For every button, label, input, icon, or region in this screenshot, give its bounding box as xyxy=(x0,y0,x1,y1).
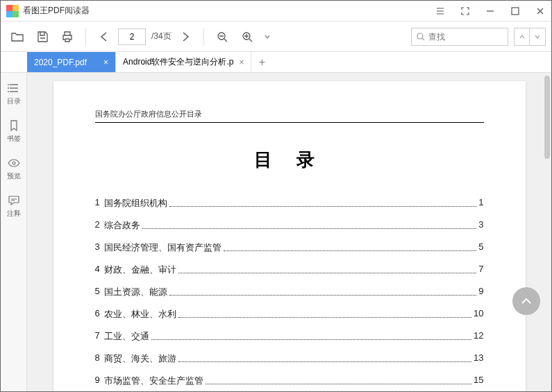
toc-entry-page: 7 xyxy=(478,264,483,276)
toc-entry-num: 9 xyxy=(95,375,100,387)
toc-entry-text: 综合政务 xyxy=(104,219,140,232)
scroll-up-fab[interactable] xyxy=(512,287,540,315)
search-next-icon[interactable] xyxy=(530,28,545,45)
toc-entry-page: 3 xyxy=(478,219,483,232)
sidebar-annotation[interactable]: 注释 xyxy=(7,194,21,219)
search-input[interactable] xyxy=(428,32,491,42)
toc-entry-text: 国务院组织机构 xyxy=(104,197,167,210)
close-icon[interactable] xyxy=(535,6,546,17)
prev-page-icon[interactable] xyxy=(93,26,115,48)
toc-entry-text: 农业、林业、水利 xyxy=(104,308,176,321)
document-viewport[interactable]: 国务院办公厅政府信息公开目录 目 录 1国务院组织机构12综合政务33国民经济管… xyxy=(27,73,551,391)
tab-bar: 2020_PDF.pdf × Android软件安全与逆向分析.p × + xyxy=(1,52,551,73)
sidebar: 目录 书签 预览 注释 xyxy=(1,73,27,391)
toolbar: /34页 xyxy=(1,22,551,52)
toc-dots xyxy=(206,375,471,384)
toc-dots xyxy=(169,286,477,296)
title-bar: 看图王PDF阅读器 xyxy=(1,1,551,22)
toc-entry: 5国土资源、能源9 xyxy=(95,286,484,298)
toc-entry-num: 7 xyxy=(95,330,100,343)
toc-dots xyxy=(224,241,477,251)
tab-add-icon[interactable]: + xyxy=(251,52,272,72)
comment-icon xyxy=(7,194,21,207)
page-number-input[interactable] xyxy=(118,28,146,45)
svg-point-7 xyxy=(12,162,15,164)
toc-entry-num: 6 xyxy=(95,308,100,321)
tab-close-icon[interactable]: × xyxy=(103,58,108,67)
svg-point-6 xyxy=(8,91,9,92)
app-logo-icon xyxy=(6,5,19,17)
toc-entry: 6农业、林业、水利10 xyxy=(95,308,484,321)
toc-entry-text: 国民经济管理、国有资产监管 xyxy=(104,241,221,254)
toc-title: 目 录 xyxy=(95,148,484,172)
toc-entry-page: 13 xyxy=(474,352,483,365)
list-icon xyxy=(7,81,21,95)
toc-dots xyxy=(178,352,471,362)
toc-entry-text: 国土资源、能源 xyxy=(104,286,167,298)
toc-entry: 9市场监管、安全生产监管15 xyxy=(95,375,484,387)
toc-entry-page: 1 xyxy=(478,197,483,210)
page-total-label: /34页 xyxy=(151,31,172,42)
toc-entry-text: 财政、金融、审计 xyxy=(104,264,176,276)
toc-entry: 2综合政务3 xyxy=(95,219,484,232)
open-file-icon[interactable] xyxy=(6,26,28,48)
svg-point-4 xyxy=(8,84,9,85)
svg-point-3 xyxy=(417,33,423,39)
save-icon[interactable] xyxy=(31,26,53,48)
sidebar-toc[interactable]: 目录 xyxy=(7,81,21,106)
app-window: 看图王PDF阅读器 /34页 2020_PDF xyxy=(0,0,552,392)
toc-entry-num: 4 xyxy=(95,264,100,276)
toc-entry: 1国务院组织机构1 xyxy=(95,197,484,210)
zoom-dropdown-icon[interactable] xyxy=(261,26,274,48)
toc-entry-page: 15 xyxy=(474,375,483,387)
scrollbar-thumb[interactable] xyxy=(544,76,550,159)
print-icon[interactable] xyxy=(56,26,78,48)
toc-entry-page: 12 xyxy=(474,330,483,343)
tab-label: Android软件安全与逆向分析.p xyxy=(123,56,233,68)
app-title: 看图王PDF阅读器 xyxy=(23,5,435,17)
next-page-icon[interactable] xyxy=(174,26,196,48)
toc-entry-page: 9 xyxy=(478,286,483,298)
toc-entry-num: 2 xyxy=(95,219,100,232)
search-prev-icon[interactable] xyxy=(515,28,530,45)
minimize-icon[interactable] xyxy=(485,6,496,17)
toc-dots xyxy=(178,264,477,273)
maximize-icon[interactable] xyxy=(510,6,521,17)
toc-entry-text: 市场监管、安全生产监管 xyxy=(104,375,203,387)
toc-entry-num: 1 xyxy=(95,197,100,210)
fullscreen-icon[interactable] xyxy=(460,6,471,17)
toc-entry-text: 商贸、海关、旅游 xyxy=(104,352,176,365)
pdf-page: 国务院办公厅政府信息公开目录 目 录 1国务院组织机构12综合政务33国民经济管… xyxy=(53,81,526,391)
toc-entry-num: 3 xyxy=(95,241,100,254)
toc-entry-page: 10 xyxy=(474,308,483,321)
search-box[interactable] xyxy=(411,28,508,46)
toc-entry-page: 5 xyxy=(478,241,483,254)
sidebar-bookmark[interactable]: 书签 xyxy=(7,119,21,144)
zoom-in-icon[interactable] xyxy=(236,26,258,48)
tab-active[interactable]: 2020_PDF.pdf × xyxy=(27,52,116,72)
toc-entry: 8商贸、海关、旅游13 xyxy=(95,352,484,365)
bookmark-icon xyxy=(7,119,21,133)
toc-list: 1国务院组织机构12综合政务33国民经济管理、国有资产监管54财政、金融、审计7… xyxy=(95,197,484,391)
chevron-up-icon xyxy=(519,294,533,308)
search-icon xyxy=(416,32,426,42)
toc-entry: 3国民经济管理、国有资产监管5 xyxy=(95,241,484,254)
toc-entry-num: 5 xyxy=(95,286,100,298)
toc-entry: 7工业、交通12 xyxy=(95,330,484,343)
tab-label: 2020_PDF.pdf xyxy=(34,58,87,67)
svg-rect-0 xyxy=(512,8,519,15)
sidebar-preview[interactable]: 预览 xyxy=(7,156,21,181)
toc-dots xyxy=(142,219,477,229)
toc-entry: 4财政、金融、审计7 xyxy=(95,264,484,276)
toc-dots xyxy=(178,308,471,318)
toc-entry-text: 工业、交通 xyxy=(104,330,149,343)
tab-close-icon[interactable]: × xyxy=(239,58,244,67)
svg-point-5 xyxy=(8,87,9,89)
toc-dots xyxy=(169,197,477,207)
toc-dots xyxy=(151,330,471,340)
page-header: 国务院办公厅政府信息公开目录 xyxy=(95,109,484,123)
toc-entry-num: 8 xyxy=(95,352,100,365)
tab-inactive[interactable]: Android软件安全与逆向分析.p × xyxy=(116,52,251,72)
zoom-out-icon[interactable] xyxy=(211,26,233,48)
menu-icon[interactable] xyxy=(435,6,446,17)
